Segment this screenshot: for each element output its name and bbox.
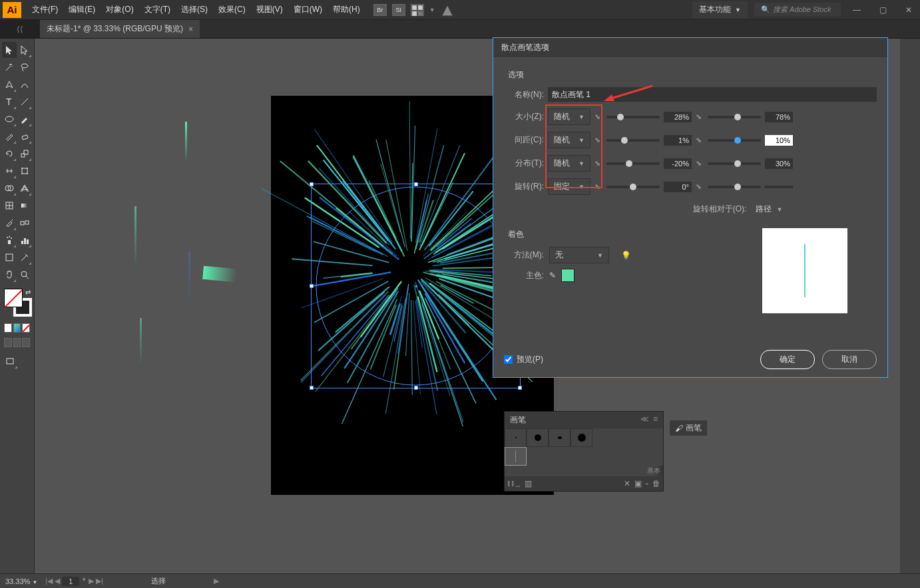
hand-tool[interactable] <box>2 267 17 283</box>
nav-last-icon[interactable]: ▶| <box>96 577 103 586</box>
scale-tool[interactable] <box>18 146 33 162</box>
artboard-tool[interactable] <box>2 249 17 265</box>
brush-thumb[interactable] <box>549 428 571 447</box>
shape-builder-tool[interactable] <box>2 180 17 196</box>
menu-edit[interactable]: 编辑(E) <box>63 1 101 18</box>
color-mode-solid[interactable] <box>4 323 12 333</box>
menu-select[interactable]: 选择(S) <box>176 1 213 18</box>
minimize-button[interactable]: — <box>847 4 866 16</box>
document-tab[interactable]: 未标题-1* @ 33.33% (RGB/GPU 预览) × <box>40 20 200 38</box>
eraser-tool[interactable] <box>18 128 33 144</box>
blend-tool[interactable] <box>18 215 33 231</box>
link-icon[interactable]: ⬊ <box>594 159 602 168</box>
remove-brush-stroke-icon[interactable]: ✕ <box>624 479 630 488</box>
library-menu-icon[interactable]: ⫿⫿⣀ <box>507 479 521 488</box>
menu-effect[interactable]: 效果(C) <box>213 1 251 18</box>
selection-handle-n[interactable] <box>414 182 418 186</box>
nav-first-icon[interactable]: |◀ <box>45 577 53 586</box>
artboard-number[interactable]: 1 <box>62 577 79 586</box>
eyedropper-tool[interactable] <box>2 215 17 231</box>
min-slider[interactable] <box>606 186 660 188</box>
min-slider[interactable] <box>606 139 660 142</box>
link-icon[interactable]: ⬊ <box>696 136 704 145</box>
variation-dropdown[interactable]: 固定▼ <box>548 178 590 195</box>
nav-prev-icon[interactable]: ◀ <box>55 577 60 586</box>
ok-button[interactable]: 确定 <box>760 350 815 369</box>
fill-stroke-swatch[interactable]: ⇄ <box>1 283 33 322</box>
preview-checkbox-row[interactable]: 预览(P) <box>504 354 543 365</box>
swap-fill-stroke-icon[interactable]: ⇄ <box>25 289 31 296</box>
zoom-tool[interactable] <box>18 267 33 283</box>
pen-tool[interactable] <box>2 76 17 92</box>
symbol-sprayer-tool[interactable] <box>2 232 17 248</box>
fill-color[interactable] <box>4 289 23 307</box>
max-value[interactable]: 10% <box>765 135 793 146</box>
width-tool[interactable] <box>2 163 17 179</box>
brush-library-icon[interactable]: ▥ <box>525 479 532 488</box>
max-slider[interactable] <box>708 139 761 142</box>
link-icon[interactable]: ⬊ <box>696 182 704 192</box>
bridge-icon[interactable]: Br <box>373 4 387 16</box>
draw-normal[interactable] <box>4 338 12 347</box>
screen-mode-toggle[interactable] <box>2 353 18 369</box>
max-value[interactable]: 78% <box>765 112 793 122</box>
tips-icon[interactable]: 💡 <box>621 251 631 260</box>
column-graph-tool[interactable] <box>18 232 33 248</box>
variation-dropdown[interactable]: 随机▼ <box>548 132 590 148</box>
selection-handle-w[interactable] <box>310 284 314 288</box>
selection-tool[interactable] <box>2 42 17 58</box>
curvature-tool[interactable] <box>18 76 33 92</box>
brush-thumb[interactable] <box>571 428 592 447</box>
menu-help[interactable]: 帮助(H) <box>328 1 365 18</box>
brushes-side-tab[interactable]: 🖌 画笔 <box>670 420 707 436</box>
selection-handle-sw[interactable] <box>310 386 314 390</box>
brush-options-icon[interactable]: ▣ <box>634 479 642 488</box>
link-icon[interactable]: ⬊ <box>594 182 602 192</box>
eyedropper-icon[interactable]: ✎ <box>549 271 556 280</box>
gradient-tool[interactable] <box>18 198 33 214</box>
direct-selection-tool[interactable] <box>18 42 33 58</box>
close-button[interactable]: ✕ <box>900 4 917 16</box>
new-brush-icon[interactable]: ▫ <box>646 479 648 488</box>
color-mode-gradient[interactable] <box>13 323 21 333</box>
magic-wand-tool[interactable] <box>2 59 17 75</box>
search-stock-input[interactable]: 🔍 搜索 Adobe Stock <box>754 3 841 17</box>
brush-thumb[interactable] <box>527 428 549 447</box>
link-icon[interactable]: ⬊ <box>594 136 602 145</box>
perspective-grid-tool[interactable] <box>18 180 33 196</box>
ellipse-tool[interactable] <box>2 111 17 127</box>
panel-menu-icon[interactable]: ≡ <box>653 414 658 426</box>
key-color-swatch[interactable] <box>561 269 575 282</box>
brush-name-input[interactable] <box>548 87 877 102</box>
rotate-relative-dropdown[interactable]: 路径 ▼ <box>750 202 788 217</box>
max-slider[interactable] <box>708 186 761 188</box>
nav-next-icon[interactable]: ▶ <box>89 577 94 586</box>
shaper-tool[interactable] <box>2 128 17 144</box>
menu-view[interactable]: 视图(V) <box>251 1 288 18</box>
free-transform-tool[interactable] <box>18 163 33 179</box>
stock-icon[interactable]: St <box>392 4 405 16</box>
variation-dropdown[interactable]: 随机▼ <box>548 155 590 172</box>
selection-bounding-box[interactable] <box>311 184 521 388</box>
arrange-icon[interactable] <box>411 4 424 16</box>
min-slider[interactable] <box>606 162 660 165</box>
link-icon[interactable]: ⬊ <box>696 159 704 168</box>
right-panel-rail[interactable] <box>900 39 920 573</box>
selection-handle-s[interactable] <box>414 386 418 390</box>
menu-window[interactable]: 窗口(W) <box>288 1 328 18</box>
panel-collapse-icon[interactable]: ≪ <box>640 414 649 426</box>
link-icon[interactable]: ⬊ <box>696 112 704 122</box>
line-segment-tool[interactable] <box>18 94 33 110</box>
paintbrush-tool[interactable] <box>18 111 33 127</box>
menu-object[interactable]: 对象(O) <box>101 1 138 18</box>
rotate-tool[interactable] <box>2 146 17 162</box>
min-value[interactable]: 0° <box>664 182 692 192</box>
draw-behind[interactable] <box>13 338 21 347</box>
selection-handle-se[interactable] <box>518 386 522 390</box>
preview-checkbox[interactable] <box>504 355 513 364</box>
method-dropdown[interactable]: 无 ▼ <box>549 247 609 263</box>
min-slider[interactable] <box>606 116 660 118</box>
workspace-dropdown[interactable]: 基本功能 ▼ <box>692 1 748 18</box>
gpu-icon[interactable] <box>441 4 454 16</box>
close-tab-button[interactable]: × <box>188 25 193 34</box>
